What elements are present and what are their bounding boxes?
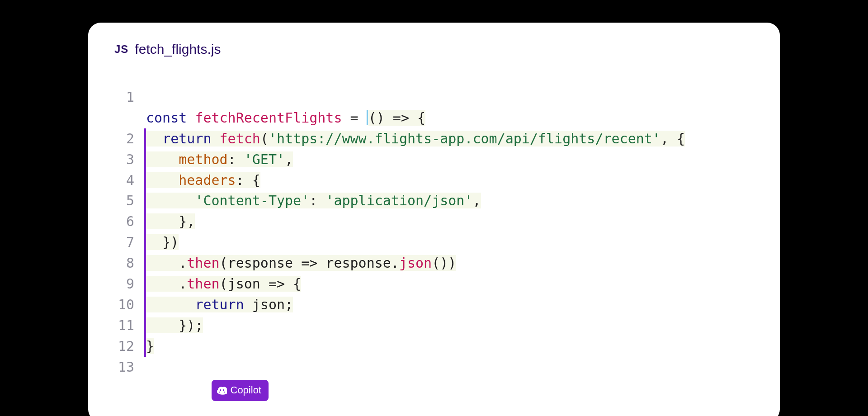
line-number: 11 (114, 315, 146, 336)
colon: : (309, 193, 326, 208)
line-number: 3 (114, 149, 146, 170)
language-badge: JS (114, 43, 128, 56)
string-json: 'application/json' (326, 193, 472, 208)
fn-json: json (399, 255, 432, 271)
comma: , (285, 151, 293, 167)
paren-close: ()) (432, 255, 456, 271)
code-line: 8 .then(response => response.json()) (114, 253, 753, 274)
copilot-icon (217, 385, 227, 395)
line-number: 9 (114, 274, 146, 294)
code-line: 1 const fetchRecentFlights = () => { (114, 87, 753, 128)
string-get: 'GET' (244, 151, 285, 167)
function-name: fetchRecentFlights (195, 110, 342, 126)
code-line: 9 .then(json => { (114, 274, 753, 294)
brace-close: }, (179, 213, 195, 229)
line-number: 5 (114, 190, 146, 211)
fn-fetch: fetch (220, 131, 260, 147)
code-line: 10 return json; (114, 294, 753, 315)
line-number: 1 (114, 87, 146, 108)
string-url: 'https://www.flights-app.com/api/flights… (269, 131, 660, 147)
line-number: 2 (114, 128, 146, 149)
code-line: 4 headers: { (114, 170, 753, 191)
code-line: 11 }); (114, 315, 753, 336)
editor-card: JS fetch_flights.js 1 const fetchRecentF… (88, 23, 780, 416)
text-cursor (367, 110, 368, 125)
brace-open: : { (236, 172, 260, 188)
code-line: 5 'Content-Type': 'application/json', (114, 190, 753, 211)
ident-json: json; (244, 297, 293, 312)
prop-headers: headers (179, 172, 236, 188)
line-number: 10 (114, 294, 146, 315)
line-number: 8 (114, 253, 146, 274)
paren-open: ( (260, 131, 269, 147)
comma: , (472, 193, 481, 208)
copilot-label: Copilot (231, 383, 261, 398)
colon: : (228, 151, 244, 167)
brace-close: }); (179, 317, 203, 333)
copilot-badge[interactable]: Copilot (212, 380, 269, 401)
dot: . (179, 255, 187, 271)
brace-close: } (146, 338, 154, 354)
code-line: 12 } (114, 336, 753, 357)
code-line: 7 }) (114, 232, 753, 253)
line-number: 7 (114, 232, 146, 253)
dot: . (179, 276, 187, 292)
keyword-const: const (146, 110, 187, 126)
line-number: 13 (114, 357, 146, 378)
fn-then: then (187, 276, 219, 292)
keyword-return: return (162, 131, 211, 147)
code-line: 13 Copilot (114, 357, 753, 416)
file-name: fetch_flights.js (135, 42, 221, 57)
fn-then: then (187, 255, 219, 271)
file-tab[interactable]: JS fetch_flights.js (114, 42, 753, 57)
code-line: 2 return fetch('https://www.flights-app.… (114, 128, 753, 149)
line-number: 4 (114, 170, 146, 191)
string-content-type: 'Content-Type' (195, 193, 309, 208)
arrow-fn-open: () => { (368, 110, 425, 126)
obj-open: , { (660, 131, 685, 147)
code-line: 3 method: 'GET', (114, 149, 753, 170)
arrow-open: (json => { (220, 276, 302, 292)
code-editor[interactable]: 1 const fetchRecentFlights = () => { 2 r… (114, 87, 753, 416)
paren-close: }) (162, 234, 179, 250)
line-number: 12 (114, 336, 146, 357)
operator-eq: = (342, 110, 366, 126)
prop-method: method (179, 151, 227, 167)
suggestion-indicator (144, 128, 146, 149)
code-line: 6 }, (114, 211, 753, 232)
line-number: 6 (114, 211, 146, 232)
arrow-body: (response => response. (220, 255, 399, 271)
keyword-return: return (195, 297, 244, 312)
